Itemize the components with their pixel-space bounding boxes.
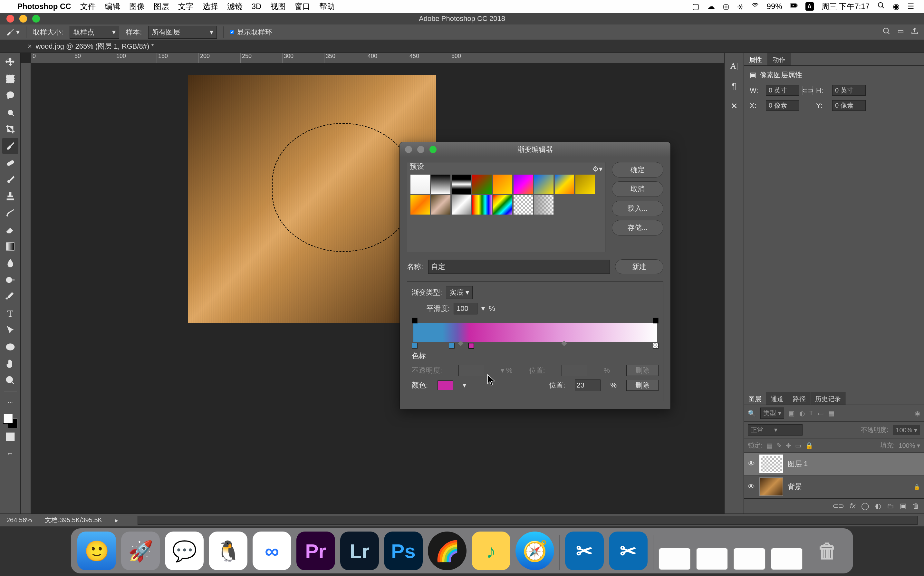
menu-3d[interactable]: 3D [252, 2, 262, 11]
filter-kind-select[interactable]: 类型 ▾ [760, 408, 784, 419]
pen-tool[interactable] [2, 289, 18, 305]
baidu-app-icon[interactable]: ∞ [253, 531, 291, 570]
x-input[interactable] [766, 100, 799, 111]
canvas-image[interactable] [188, 75, 436, 323]
wifi-icon[interactable] [751, 2, 759, 11]
lock-art-icon[interactable]: ▭ [795, 442, 801, 450]
tab-channels[interactable]: 通道 [766, 392, 788, 405]
preset-swatch[interactable] [431, 195, 451, 214]
color-stop[interactable] [653, 343, 659, 349]
menu-filter[interactable]: 滤镜 [227, 1, 243, 11]
siri-icon[interactable]: ◉ [893, 2, 900, 11]
delete-color-stop-button[interactable]: 删除 [626, 380, 659, 391]
close-tab-icon[interactable]: × [28, 42, 32, 51]
tab-properties[interactable]: 属性 [744, 53, 767, 66]
history-brush-tool[interactable] [2, 205, 18, 221]
h-input[interactable] [832, 85, 866, 96]
preset-swatch[interactable] [555, 174, 574, 194]
marquee-tool[interactable] [2, 71, 18, 87]
foreground-color[interactable] [3, 414, 13, 424]
photoshop-app-icon[interactable]: Ps [384, 531, 423, 570]
healing-tool[interactable] [2, 155, 18, 171]
save-button[interactable]: 存储... [612, 220, 663, 235]
presets-gear-icon[interactable]: ⚙▾ [593, 165, 603, 173]
menu-help[interactable]: 帮助 [319, 1, 335, 11]
minimize-icon[interactable] [19, 15, 27, 22]
preset-swatch[interactable] [431, 174, 451, 194]
filter-kind-icon[interactable]: 🔍 [748, 410, 756, 417]
notification-icon[interactable]: ☰ [907, 2, 914, 11]
tab-history[interactable]: 历史记录 [810, 392, 846, 405]
smoothness-unit[interactable]: ▾ % [481, 304, 495, 313]
menu-image[interactable]: 图像 [129, 1, 145, 11]
opacity-stop[interactable] [653, 318, 659, 323]
premiere-app-icon[interactable]: Pr [296, 531, 335, 570]
lock-paint-icon[interactable]: ✎ [777, 442, 782, 450]
smoothness-input[interactable] [454, 303, 478, 314]
finder-app-icon[interactable]: 🙂 [77, 531, 116, 570]
minimized-window[interactable] [696, 548, 728, 570]
layer-name[interactable]: 图层 1 [788, 459, 808, 469]
lock-pos-icon[interactable]: ✥ [786, 442, 791, 450]
quick-select-tool[interactable] [2, 104, 18, 120]
dialog-max-icon[interactable] [430, 146, 436, 153]
wechat-app-icon[interactable]: 💬 [165, 531, 204, 570]
y-input[interactable] [832, 100, 866, 111]
safari-app-icon[interactable]: 🧭 [515, 531, 554, 570]
minimized-window[interactable] [771, 548, 803, 570]
stamp-tool[interactable] [2, 188, 18, 204]
mask-icon[interactable]: ◯ [861, 502, 869, 510]
battery-icon[interactable] [790, 2, 798, 11]
w-input[interactable] [766, 85, 799, 96]
preset-swatch[interactable] [513, 174, 533, 194]
preset-swatch[interactable] [411, 195, 430, 214]
filter-image-icon[interactable]: ▣ [789, 410, 795, 417]
opacity-stop[interactable] [412, 318, 417, 323]
dialog-close-icon[interactable] [405, 146, 412, 153]
quickmask-icon[interactable] [2, 429, 18, 445]
brush-tool[interactable] [2, 171, 18, 187]
menu-edit[interactable]: 编辑 [105, 1, 120, 11]
document-tab[interactable]: wood.jpg @ 265% (图层 1, RGB/8#) * [36, 42, 154, 51]
zoom-tool[interactable] [2, 373, 18, 389]
color-stop-selected[interactable] [468, 343, 474, 349]
type-tool[interactable]: T [2, 306, 18, 322]
music-app-icon[interactable]: ♪ [472, 531, 510, 570]
layer-name[interactable]: 背景 [788, 482, 802, 491]
ok-button[interactable]: 确定 [612, 162, 663, 178]
adjustment-icon[interactable]: ◐ [875, 502, 881, 510]
minimized-window[interactable] [659, 548, 691, 570]
layer-row[interactable]: 👁 背景 🔒 [744, 475, 924, 498]
menu-select[interactable]: 选择 [203, 1, 218, 11]
color-stop[interactable] [449, 343, 455, 349]
preset-swatch[interactable] [534, 195, 553, 214]
fx-icon[interactable]: fx [850, 502, 855, 510]
menu-file[interactable]: 文件 [80, 1, 96, 11]
search-icon[interactable] [882, 27, 891, 37]
filter-type-icon[interactable]: T [809, 410, 813, 417]
preset-swatch[interactable] [411, 174, 430, 194]
eyedropper-tool-icon[interactable]: ▾ [5, 27, 20, 37]
davinci-app-icon[interactable]: 🌈 [428, 531, 467, 570]
link-wh-icon[interactable]: ⊂⊃ [803, 86, 813, 95]
horizontal-scrollbar[interactable] [137, 516, 918, 525]
gradient-tool[interactable] [2, 238, 18, 254]
new-layer-icon[interactable]: ▣ [900, 502, 906, 510]
spotlight-icon[interactable] [877, 2, 885, 11]
share-icon[interactable] [910, 27, 919, 37]
status-flyout-icon[interactable]: ▸ [115, 517, 118, 524]
preset-swatch[interactable] [493, 195, 512, 214]
crop-tool[interactable] [2, 121, 18, 137]
lock-all-icon[interactable]: 🔒 [805, 442, 813, 450]
screenmode-icon[interactable]: ▭ [2, 446, 18, 462]
preset-swatch[interactable] [513, 195, 533, 214]
dodge-tool[interactable] [2, 272, 18, 288]
preset-swatch[interactable] [472, 195, 492, 214]
preset-swatch[interactable] [576, 174, 595, 194]
tab-layers[interactable]: 图层 [744, 392, 766, 405]
opacity-input[interactable]: 100% ▾ [893, 425, 920, 435]
close-icon[interactable] [6, 15, 14, 22]
gradient-bar[interactable] [412, 318, 659, 349]
preset-swatch[interactable] [493, 174, 512, 194]
trash-icon[interactable]: 🗑 [808, 531, 847, 570]
